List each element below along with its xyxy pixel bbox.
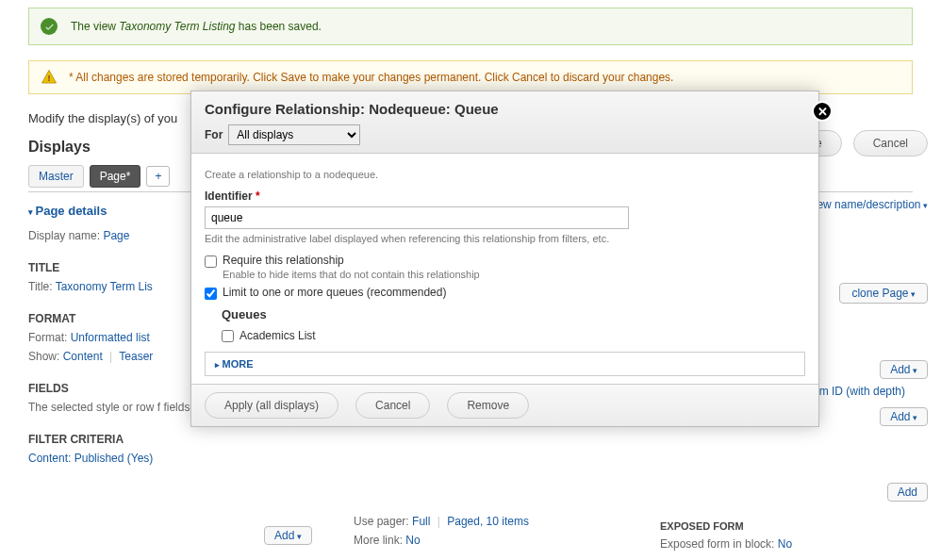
warning-icon: ! bbox=[41, 69, 58, 86]
close-icon[interactable]: ✕ bbox=[812, 101, 833, 122]
show-teaser[interactable]: Teaser bbox=[119, 350, 153, 363]
require-row: Require this relationship Enable to hide… bbox=[205, 254, 805, 280]
more-toggle[interactable]: MORE bbox=[205, 352, 805, 376]
use-pager-row: Use pager: Full | Paged, 10 items bbox=[354, 515, 529, 528]
require-checkbox[interactable] bbox=[205, 255, 217, 268]
identifier-desc: Edit the administrative label displayed … bbox=[205, 233, 805, 244]
for-select[interactable]: All displays bbox=[228, 124, 360, 145]
limit-row: Limit to one or more queues (recommended… bbox=[205, 286, 805, 300]
more-link-value[interactable]: No bbox=[405, 534, 420, 547]
clone-page-button[interactable]: clone Page bbox=[839, 283, 928, 304]
pager-section: Use pager: Full | Paged, 10 items More l… bbox=[354, 515, 529, 547]
required-marker: * bbox=[256, 189, 260, 203]
queue-row: Academics List bbox=[222, 329, 805, 342]
term-id-link[interactable]: term ID (with depth) bbox=[806, 385, 905, 398]
format-value[interactable]: Unformatted list bbox=[71, 331, 150, 344]
queues-section: Queues Academics List bbox=[222, 307, 805, 342]
filter-item[interactable]: Content: Published (Yes) bbox=[28, 452, 913, 465]
exposed-form-label: Exposed form in block: bbox=[660, 537, 774, 551]
modal-hint: Create a relationship to a nodequeue. bbox=[205, 169, 805, 180]
exposed-form-row: Exposed form in block: No bbox=[660, 537, 792, 551]
tab-master[interactable]: Master bbox=[28, 165, 84, 188]
filter-published[interactable]: Content: Published (Yes) bbox=[28, 452, 153, 465]
modal-header: Configure Relationship: Nodequeue: Queue… bbox=[191, 91, 818, 154]
display-name-label: Display name: bbox=[28, 229, 100, 242]
for-row: For All displays bbox=[205, 124, 805, 145]
use-pager-paged[interactable]: Paged, 10 items bbox=[447, 515, 529, 528]
exposed-form-value[interactable]: No bbox=[778, 537, 792, 551]
limit-checkbox[interactable] bbox=[205, 288, 217, 300]
use-pager-label: Use pager: bbox=[354, 515, 409, 528]
limit-label: Limit to one or more queues (recommended… bbox=[223, 286, 446, 299]
exposed-form-section: EXPOSED FORM Exposed form in block: No bbox=[660, 520, 792, 551]
add-button-1[interactable]: Add bbox=[880, 360, 928, 379]
warning-text: * All changes are stored temporarily. Cl… bbox=[69, 71, 673, 84]
apply-button[interactable]: Apply (all displays) bbox=[205, 392, 338, 419]
identifier-label: Identifier * bbox=[205, 189, 805, 203]
status-suffix: has been saved. bbox=[236, 20, 322, 33]
status-text: The view Taxonomy Term Listing has been … bbox=[71, 20, 322, 33]
title-value[interactable]: Taxonomy Term Lis bbox=[56, 280, 153, 293]
modal-body: Create a relationship to a nodequeue. Id… bbox=[191, 154, 818, 384]
modal-footer: Apply (all displays) Cancel Remove bbox=[191, 384, 818, 426]
require-desc: Enable to hide items that do not contain… bbox=[223, 269, 480, 280]
identifier-label-text: Identifier bbox=[205, 189, 253, 203]
edit-view-name-link[interactable]: view name/description bbox=[809, 198, 928, 211]
show-label: Show: bbox=[28, 350, 59, 363]
remove-button[interactable]: Remove bbox=[447, 392, 529, 419]
require-label: Require this relationship bbox=[223, 254, 480, 267]
format-label: Format: bbox=[28, 331, 67, 344]
filter-add-button[interactable]: Add bbox=[264, 526, 312, 545]
status-prefix: The view bbox=[71, 20, 119, 33]
filter-heading: FILTER CRITERIA bbox=[28, 433, 124, 446]
status-view-name: Taxonomy Term Listing bbox=[119, 20, 235, 33]
check-icon bbox=[41, 18, 58, 35]
show-content[interactable]: Content bbox=[63, 350, 103, 363]
cancel-button[interactable]: Cancel bbox=[853, 130, 928, 156]
warning-body: All changes are stored temporarily. Clic… bbox=[75, 71, 673, 84]
more-link-row: More link: No bbox=[354, 534, 529, 547]
for-label: For bbox=[205, 128, 223, 141]
display-name-value[interactable]: Page bbox=[103, 229, 129, 242]
warning-prefix: * bbox=[69, 71, 74, 84]
queue-label-academics: Academics List bbox=[239, 329, 316, 342]
separator: | bbox=[106, 350, 116, 363]
add-display-button[interactable]: + bbox=[146, 166, 170, 187]
exposed-form-heading: EXPOSED FORM bbox=[660, 520, 792, 532]
configure-relationship-modal: ✕ Configure Relationship: Nodequeue: Que… bbox=[190, 91, 819, 427]
svg-text:!: ! bbox=[48, 74, 51, 83]
warning-message: ! * All changes are stored temporarily. … bbox=[28, 60, 913, 94]
queue-checkbox-academics[interactable] bbox=[222, 330, 234, 342]
tab-page[interactable]: Page* bbox=[90, 165, 141, 188]
queues-heading: Queues bbox=[222, 307, 805, 321]
status-message: The view Taxonomy Term Listing has been … bbox=[28, 8, 913, 45]
title-label: Title: bbox=[28, 280, 53, 293]
modal-cancel-button[interactable]: Cancel bbox=[355, 392, 430, 419]
identifier-input[interactable] bbox=[205, 206, 629, 229]
add-button-3[interactable]: Add bbox=[887, 483, 928, 502]
use-pager-full[interactable]: Full bbox=[412, 515, 430, 528]
modal-title: Configure Relationship: Nodequeue: Queue bbox=[205, 101, 805, 117]
separator: | bbox=[434, 515, 444, 528]
add-button-2[interactable]: Add bbox=[880, 407, 928, 426]
more-link-label: More link: bbox=[354, 534, 403, 547]
